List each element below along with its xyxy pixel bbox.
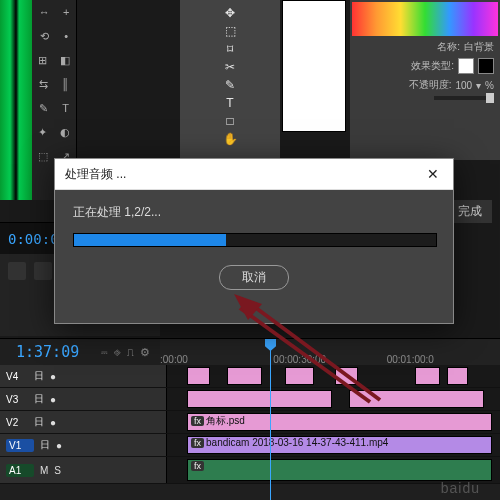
chevron-down-icon[interactable]: ▾ — [476, 80, 481, 91]
toggle-output-icon[interactable]: 日 — [40, 438, 50, 452]
opacity-label: 不透明度: — [409, 78, 452, 92]
clip-v1[interactable]: fxbandicam 2018-03-16 14-37-43-411.mp4 — [187, 436, 492, 454]
opacity-value[interactable]: 100 — [455, 80, 472, 91]
clip[interactable] — [447, 367, 468, 385]
clip[interactable] — [335, 367, 358, 385]
toggle-output-icon[interactable]: 日 — [34, 415, 44, 429]
eye-icon[interactable]: ● — [50, 394, 56, 405]
track-header-v3[interactable]: V3日● — [0, 388, 167, 410]
solo-icon[interactable]: S — [54, 465, 61, 476]
eye-icon[interactable]: ● — [50, 371, 56, 382]
clip[interactable] — [285, 367, 314, 385]
ruler-tick: 00:01:00:0 — [387, 354, 500, 365]
photoshop-tools: ✥ ⬚ ⌑ ✂ ✎ T □ ✋ — [180, 0, 280, 161]
fx-badge: fx — [191, 416, 204, 426]
tool-icon[interactable]: ◧ — [60, 54, 70, 67]
clip-label: bandicam 2018-03-16 14-37-43-411.mp4 — [206, 437, 388, 448]
tool-icon[interactable]: ⟲ — [40, 30, 49, 43]
settings-icon[interactable]: ⚙ — [140, 346, 150, 359]
dialog-title: 处理音频 ... — [65, 166, 126, 183]
tool-icon[interactable]: ⊞ — [38, 54, 47, 67]
tool-icon[interactable]: ↔ — [39, 6, 50, 18]
dialog-message: 正在处理 1,2/2... — [73, 204, 435, 221]
tool-icon[interactable]: • — [64, 30, 68, 42]
audio-waveform — [0, 0, 32, 200]
fx-badge: fx — [191, 461, 204, 471]
track-header-v1[interactable]: V1日● — [0, 434, 167, 456]
clip[interactable] — [187, 390, 332, 408]
timeline-panel: 1:37:09 ⎓ ⎆ ⎍ ⚙ :00:00 00:00:30:00 00:01… — [0, 338, 500, 500]
progress-fill — [74, 234, 226, 246]
tool-icon[interactable]: T — [62, 102, 69, 114]
marquee-tool-icon[interactable]: ⬚ — [223, 24, 237, 38]
brush-tool-icon[interactable]: ✎ — [223, 78, 237, 92]
fg-swatch[interactable] — [458, 58, 474, 74]
watermark: baidu — [441, 480, 480, 496]
track-header-v4[interactable]: V4日● — [0, 365, 167, 387]
crop-tool-icon[interactable]: ✂ — [223, 60, 237, 74]
tool-icon[interactable]: ║ — [61, 78, 69, 90]
tool-icon[interactable]: ✎ — [39, 102, 48, 115]
tool-icon[interactable]: ⇆ — [39, 78, 48, 91]
properties-panel: 名称: 白背景 效果类型: 不透明度: 100 ▾ % — [350, 0, 500, 160]
clip-v2[interactable]: fx角标.psd — [187, 413, 492, 431]
timeline-timecode[interactable]: 1:37:09 — [0, 343, 95, 361]
clip[interactable] — [227, 367, 262, 385]
shape-tool-icon[interactable]: □ — [223, 114, 237, 128]
clip-label: 角标.psd — [206, 415, 245, 426]
opacity-unit: % — [485, 80, 494, 91]
mute-icon[interactable]: M — [40, 465, 48, 476]
track-header-v2[interactable]: V2日● — [0, 411, 167, 433]
ruler-tick: :00:00 — [160, 354, 273, 365]
linked-selection-icon[interactable]: ⎆ — [114, 346, 121, 359]
tool-icon[interactable]: + — [63, 6, 69, 18]
effect-type-label: 效果类型: — [411, 59, 454, 73]
toggle-output-icon[interactable]: 日 — [34, 392, 44, 406]
done-chip: 完成 — [448, 200, 492, 223]
hand-tool-icon[interactable]: ✋ — [223, 132, 237, 146]
close-icon[interactable]: ✕ — [423, 164, 443, 184]
name-label: 名称: — [437, 40, 460, 54]
eye-icon[interactable]: ● — [50, 417, 56, 428]
clip[interactable] — [187, 367, 210, 385]
time-ruler[interactable]: :00:00 00:00:30:00 00:01:00:0 — [160, 339, 500, 368]
track-header-a1[interactable]: A1MS — [0, 457, 167, 483]
playhead[interactable] — [270, 339, 271, 500]
panel-icon[interactable] — [8, 262, 26, 280]
processing-audio-dialog: 处理音频 ... ✕ 正在处理 1,2/2... 取消 — [54, 158, 454, 324]
lasso-tool-icon[interactable]: ⌑ — [223, 42, 237, 56]
fx-badge: fx — [191, 438, 204, 448]
marker-icon[interactable]: ⎍ — [127, 346, 134, 359]
move-tool-icon[interactable]: ✥ — [223, 6, 237, 20]
tool-icon[interactable]: ⬚ — [38, 150, 48, 163]
ruler-tick: 00:00:30:00 — [273, 354, 386, 365]
tool-icon[interactable]: ✦ — [38, 126, 47, 139]
bg-swatch[interactable] — [478, 58, 494, 74]
audio-clip[interactable]: fx — [187, 459, 492, 481]
panel-icon[interactable] — [34, 262, 52, 280]
progress-bar — [73, 233, 437, 247]
eye-icon[interactable]: ● — [56, 440, 62, 451]
clip[interactable] — [349, 390, 484, 408]
clip[interactable] — [415, 367, 440, 385]
name-value[interactable]: 白背景 — [464, 40, 494, 54]
snap-icon[interactable]: ⎓ — [101, 346, 108, 359]
opacity-slider[interactable] — [434, 96, 494, 100]
tool-icon[interactable]: ◐ — [60, 126, 70, 139]
canvas-preview[interactable] — [282, 0, 346, 132]
swatches-strip[interactable] — [352, 2, 498, 36]
cancel-button[interactable]: 取消 — [219, 265, 289, 290]
text-tool-icon[interactable]: T — [223, 96, 237, 110]
toggle-output-icon[interactable]: 日 — [34, 369, 44, 383]
